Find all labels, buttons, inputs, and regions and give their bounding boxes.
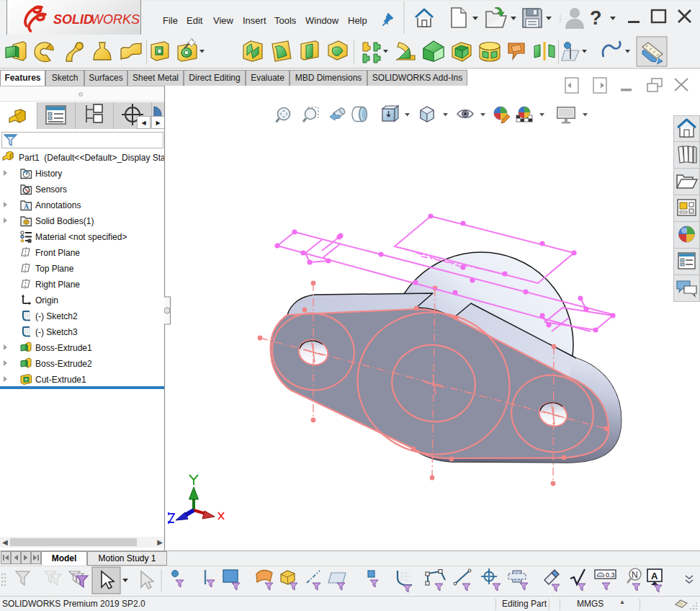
svg-text:?: ?: [590, 7, 602, 29]
svg-text:SOLID: SOLID: [53, 12, 93, 27]
svg-text:0.3: 0.3: [606, 571, 615, 579]
svg-text:WORKS: WORKS: [91, 12, 140, 27]
svg-text:N: N: [632, 570, 638, 580]
svg-text:⋮: ⋮: [556, 14, 565, 24]
svg-text:A: A: [651, 571, 658, 581]
svg-text:A: A: [24, 202, 30, 210]
